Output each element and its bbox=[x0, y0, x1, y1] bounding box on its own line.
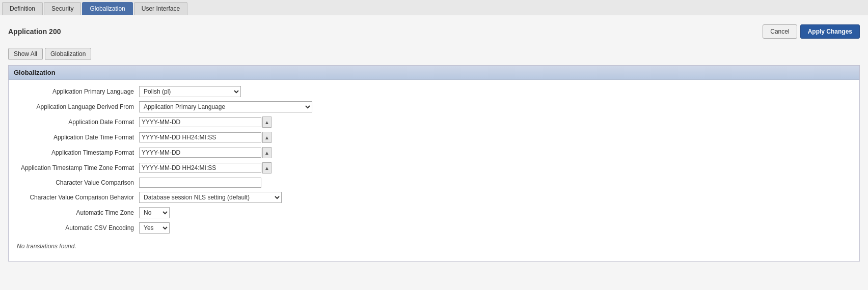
label-primary-language: Application Primary Language bbox=[17, 88, 139, 95]
control-primary-language: Polish (pl) English (en) German (de) Fre… bbox=[139, 86, 241, 97]
form-row-timestamp-tz-format: Application Timestamp Time Zone Format ▲ bbox=[17, 162, 851, 173]
control-auto-timezone: No Yes bbox=[139, 207, 170, 218]
tab-definition[interactable]: Definition bbox=[2, 2, 43, 15]
label-char-comparison: Character Value Comparison bbox=[17, 179, 139, 186]
expand-timestamp-tz-format[interactable]: ▲ bbox=[262, 162, 272, 173]
label-datetime-format: Application Date Time Format bbox=[17, 134, 139, 141]
main-content: Application 200 Cancel Apply Changes Sho… bbox=[0, 15, 868, 290]
form-row-date-format: Application Date Format ▲ bbox=[17, 117, 851, 128]
control-auto-csv: Yes No bbox=[139, 222, 170, 234]
form-row-primary-language: Application Primary Language Polish (pl)… bbox=[17, 86, 851, 97]
sub-nav-globalization[interactable]: Globalization bbox=[45, 48, 91, 60]
select-language-derived[interactable]: Application Primary Language Browser Lan… bbox=[139, 101, 312, 112]
tab-globalization[interactable]: Globalization bbox=[82, 2, 132, 15]
label-language-derived: Application Language Derived From bbox=[17, 103, 139, 110]
form-row-datetime-format: Application Date Time Format ▲ bbox=[17, 132, 851, 143]
apply-changes-button[interactable]: Apply Changes bbox=[800, 24, 860, 39]
form-row-auto-timezone: Automatic Time Zone No Yes bbox=[17, 207, 851, 218]
expand-datetime-format[interactable]: ▲ bbox=[262, 132, 272, 143]
control-timestamp-tz-format: ▲ bbox=[139, 162, 272, 173]
expand-timestamp-format[interactable]: ▲ bbox=[262, 147, 272, 158]
tab-user-interface[interactable]: User Interface bbox=[134, 2, 187, 15]
input-datetime-format[interactable] bbox=[139, 132, 261, 142]
form-row-auto-csv: Automatic CSV Encoding Yes No bbox=[17, 222, 851, 234]
sub-nav-show-all[interactable]: Show All bbox=[8, 48, 43, 60]
expand-date-format[interactable]: ▲ bbox=[262, 117, 272, 128]
label-date-format: Application Date Format bbox=[17, 119, 139, 126]
no-translations-text: No translations found. bbox=[17, 238, 851, 255]
header-row: Application 200 Cancel Apply Changes bbox=[8, 20, 860, 43]
form-row-char-behavior: Character Value Comparison Behavior Data… bbox=[17, 192, 851, 203]
select-char-behavior[interactable]: Database session NLS setting (default) L… bbox=[139, 192, 282, 203]
globalization-section: Globalization Application Primary Langua… bbox=[8, 65, 860, 262]
header-buttons: Cancel Apply Changes bbox=[763, 24, 860, 39]
sub-nav: Show AllGlobalization bbox=[8, 48, 860, 60]
select-auto-csv[interactable]: Yes No bbox=[139, 222, 170, 234]
app-title: Application 200 bbox=[8, 27, 61, 36]
control-datetime-format: ▲ bbox=[139, 132, 272, 143]
label-timestamp-format: Application Timestamp Format bbox=[17, 149, 139, 156]
section-body: Application Primary Language Polish (pl)… bbox=[9, 80, 859, 261]
form-row-char-comparison: Character Value Comparison bbox=[17, 178, 851, 188]
control-timestamp-format: ▲ bbox=[139, 147, 272, 158]
tab-security[interactable]: Security bbox=[44, 2, 81, 15]
label-auto-timezone: Automatic Time Zone bbox=[17, 209, 139, 216]
label-auto-csv: Automatic CSV Encoding bbox=[17, 224, 139, 231]
control-char-comparison bbox=[139, 178, 261, 188]
input-timestamp-tz-format[interactable] bbox=[139, 163, 261, 173]
tab-bar: DefinitionSecurityGlobalizationUser Inte… bbox=[0, 0, 868, 15]
control-date-format: ▲ bbox=[139, 117, 272, 128]
input-timestamp-format[interactable] bbox=[139, 148, 261, 158]
control-language-derived: Application Primary Language Browser Lan… bbox=[139, 101, 312, 112]
control-char-behavior: Database session NLS setting (default) L… bbox=[139, 192, 282, 203]
form-row-language-derived: Application Language Derived From Applic… bbox=[17, 101, 851, 112]
select-primary-language[interactable]: Polish (pl) English (en) German (de) Fre… bbox=[139, 86, 241, 97]
cancel-button[interactable]: Cancel bbox=[763, 24, 797, 39]
section-header: Globalization bbox=[9, 66, 859, 80]
form-row-timestamp-format: Application Timestamp Format ▲ bbox=[17, 147, 851, 158]
select-auto-timezone[interactable]: No Yes bbox=[139, 207, 170, 218]
input-date-format[interactable] bbox=[139, 117, 261, 127]
label-char-behavior: Character Value Comparison Behavior bbox=[17, 194, 139, 201]
input-char-comparison[interactable] bbox=[139, 178, 261, 188]
label-timestamp-tz-format: Application Timestamp Time Zone Format bbox=[17, 164, 139, 171]
